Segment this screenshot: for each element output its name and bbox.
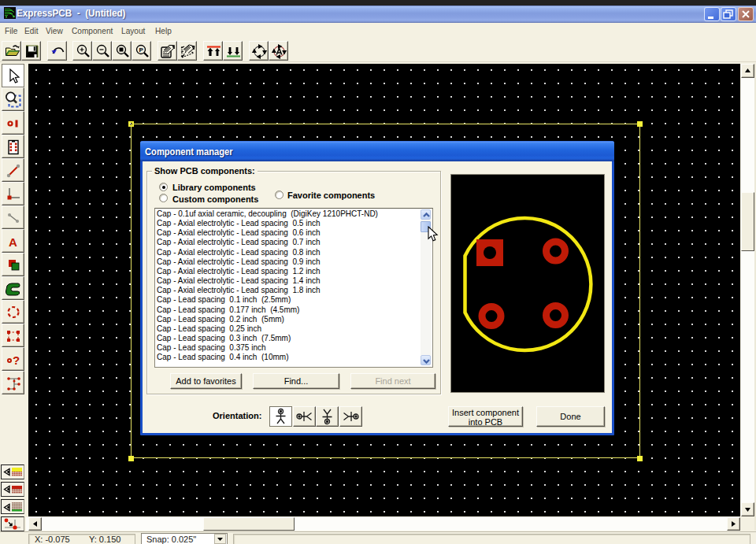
- svg-text:A: A: [9, 235, 17, 249]
- svg-text:?: ?: [13, 353, 20, 367]
- svg-text:P: P: [139, 46, 144, 54]
